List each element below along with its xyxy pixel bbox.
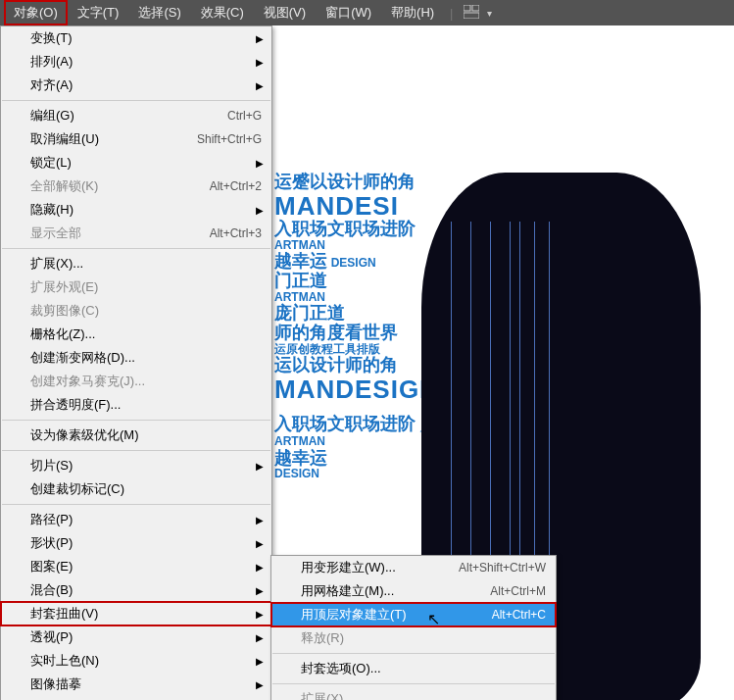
menu-effect[interactable]: 效果(C): [191, 0, 254, 25]
submenu-arrow-icon: ▶: [256, 538, 264, 549]
toolbar-separator: |: [450, 6, 453, 21]
menu-view[interactable]: 视图(V): [254, 0, 316, 25]
menu-item-label: 形状(P): [30, 534, 262, 552]
submenu-arrow-icon: ▶: [256, 679, 264, 690]
submenu-item-label: 用变形建立(W)...: [301, 559, 459, 576]
menu-window[interactable]: 窗口(W): [316, 0, 381, 25]
menu-object[interactable]: 对象(O): [4, 0, 68, 25]
menu-item: 显示全部Alt+Ctrl+3: [1, 222, 271, 245]
submenu-arrow-icon: ▶: [256, 562, 264, 573]
menu-item[interactable]: 扩展(X)...: [1, 252, 271, 275]
menu-item-shortcut: Shift+Ctrl+G: [197, 132, 262, 146]
menu-item-label: 创建裁切标记(C): [30, 480, 262, 498]
menu-item[interactable]: 取消编组(U)Shift+Ctrl+G: [1, 127, 271, 151]
svg-rect-1: [472, 5, 479, 11]
menu-item-label: 图像描摹: [30, 675, 262, 693]
menu-item: 全部解锁(K)Alt+Ctrl+2: [1, 175, 271, 198]
submenu-arrow-icon: ▶: [256, 80, 264, 91]
menu-separator: [2, 450, 270, 451]
svg-rect-2: [464, 13, 479, 19]
submenu-arrow-icon: ▶: [256, 609, 264, 620]
menu-item[interactable]: 透视(P)▶: [1, 625, 271, 649]
menu-separator: [272, 653, 555, 654]
menu-item-label: 混合(B): [30, 581, 262, 599]
submenu-item-shortcut: Alt+Ctrl+M: [490, 584, 546, 598]
menu-item[interactable]: 排列(A)▶: [1, 50, 271, 74]
menu-separator: [2, 248, 270, 249]
menu-item[interactable]: 编组(G)Ctrl+G: [1, 104, 271, 127]
menu-item[interactable]: 栅格化(Z)...: [1, 323, 271, 346]
menu-item[interactable]: 形状(P)▶: [1, 531, 271, 555]
menu-item-label: 锁定(L): [30, 154, 262, 172]
submenu-arrow-icon: ▶: [256, 57, 264, 68]
menu-item-label: 变换(T): [30, 29, 262, 47]
menu-item[interactable]: 文本绕排(W)▶: [1, 696, 271, 700]
menu-item-label: 隐藏(H): [30, 201, 262, 219]
submenu-arrow-icon: ▶: [256, 461, 264, 472]
menu-item: 裁剪图像(C): [1, 299, 271, 323]
menu-item-label: 编组(G): [30, 107, 227, 125]
menu-item[interactable]: 图像描摹▶: [1, 673, 271, 696]
submenu-arrow-icon: ▶: [256, 632, 264, 643]
submenu-arrow-icon: ▶: [256, 515, 264, 525]
submenu-item: 扩展(X): [271, 687, 556, 700]
menu-item[interactable]: 图案(E)▶: [1, 555, 271, 578]
submenu-item-label: 释放(R): [301, 629, 546, 647]
menu-item-label: 透视(P): [30, 628, 262, 646]
menu-item[interactable]: 封套扭曲(V)▶: [1, 602, 271, 625]
layout-icon[interactable]: [460, 3, 483, 24]
menu-item-label: 路径(P): [30, 511, 262, 528]
submenu-item[interactable]: 用变形建立(W)...Alt+Shift+Ctrl+W: [271, 556, 556, 579]
menu-item-label: 扩展外观(E): [30, 278, 262, 296]
menu-item[interactable]: 路径(P)▶: [1, 508, 271, 531]
menu-item[interactable]: 设为像素级优化(M): [1, 424, 271, 447]
menu-item-label: 封套扭曲(V): [30, 605, 262, 623]
submenu-item[interactable]: 封套选项(O)...: [271, 657, 556, 680]
menu-item[interactable]: 对齐(A)▶: [1, 74, 271, 97]
submenu-item-label: 用顶层对象建立(T): [301, 606, 492, 624]
submenu-item-label: 封套选项(O)...: [301, 660, 546, 677]
menu-item: 扩展外观(E): [1, 275, 271, 299]
menu-item-shortcut: Ctrl+G: [227, 109, 262, 123]
menu-item-label: 对齐(A): [30, 76, 262, 94]
menu-item-label: 裁剪图像(C): [30, 302, 262, 320]
submenu-item-label: 用网格建立(M)...: [301, 582, 490, 600]
menu-item-label: 切片(S): [30, 457, 262, 475]
menu-item[interactable]: 实时上色(N)▶: [1, 649, 271, 673]
submenu-item[interactable]: 用顶层对象建立(T)Alt+Ctrl+C: [271, 603, 556, 626]
submenu-item[interactable]: 用网格建立(M)...Alt+Ctrl+M: [271, 579, 556, 603]
envelope-distort-submenu: 用变形建立(W)...Alt+Shift+Ctrl+W用网格建立(M)...Al…: [270, 555, 557, 700]
submenu-item-label: 扩展(X): [301, 690, 546, 700]
menu-item-label: 扩展(X)...: [30, 255, 262, 273]
menu-item-label: 取消编组(U): [30, 130, 197, 148]
submenu-arrow-icon: ▶: [256, 656, 264, 667]
menu-item-label: 全部解锁(K): [30, 177, 210, 195]
menu-separator: [272, 683, 555, 684]
menu-item[interactable]: 创建裁切标记(C): [1, 477, 271, 501]
menu-item[interactable]: 变换(T)▶: [1, 26, 271, 50]
menu-help[interactable]: 帮助(H): [381, 0, 444, 25]
menubar: 对象(O) 文字(T) 选择(S) 效果(C) 视图(V) 窗口(W) 帮助(H…: [0, 0, 734, 25]
submenu-arrow-icon: ▶: [256, 585, 264, 596]
submenu-item: 释放(R): [271, 626, 556, 650]
menu-item-label: 实时上色(N): [30, 652, 262, 670]
menu-item-label: 栅格化(Z)...: [30, 325, 262, 343]
menu-item[interactable]: 切片(S)▶: [1, 454, 271, 477]
dropdown-arrow-icon[interactable]: ▾: [483, 8, 496, 19]
menu-item-label: 显示全部: [30, 225, 210, 242]
menu-item[interactable]: 混合(B)▶: [1, 578, 271, 602]
menu-item[interactable]: 拼合透明度(F)...: [1, 393, 271, 417]
submenu-arrow-icon: ▶: [256, 158, 264, 169]
menu-item[interactable]: 创建渐变网格(D)...: [1, 346, 271, 370]
menu-separator: [2, 420, 270, 421]
menu-item-shortcut: Alt+Ctrl+2: [210, 179, 262, 193]
menu-item[interactable]: 锁定(L)▶: [1, 151, 271, 175]
menu-item-label: 排列(A): [30, 53, 262, 71]
submenu-item-shortcut: Alt+Shift+Ctrl+W: [459, 561, 546, 575]
menu-item-label: 创建对象马赛克(J)...: [30, 373, 262, 390]
submenu-item-shortcut: Alt+Ctrl+C: [492, 608, 546, 622]
submenu-arrow-icon: ▶: [256, 205, 264, 216]
menu-select[interactable]: 选择(S): [128, 0, 190, 25]
menu-item[interactable]: 隐藏(H)▶: [1, 198, 271, 222]
menu-type[interactable]: 文字(T): [68, 0, 129, 25]
